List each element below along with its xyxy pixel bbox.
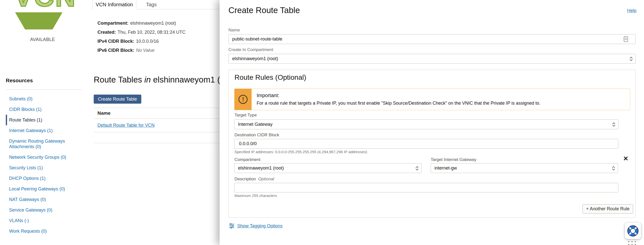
- selected-value: internet-gw: [434, 166, 457, 171]
- target-type-select[interactable]: Internet Gateway: [234, 119, 618, 129]
- sidebar-item-local-peering-gateways[interactable]: Local Peering Gateways (0): [6, 184, 73, 194]
- table-footer-space: [94, 132, 235, 143]
- create-in-compartment-label: Create In Compartment: [228, 47, 273, 52]
- destination-cidr-hint: Specified IP addresses: 0.0.0.0-255.255.…: [234, 150, 367, 154]
- chevron-updown-icon: [629, 56, 633, 61]
- name-label: Name: [228, 28, 240, 33]
- name-input[interactable]: [228, 34, 636, 44]
- sidebar-item-subnets[interactable]: Subnets (0): [6, 94, 73, 104]
- sidebar-item-network-security-groups[interactable]: Network Security Groups (0): [6, 152, 73, 162]
- destination-cidr-label: Destination CIDR Block: [234, 133, 279, 138]
- detail-value: No Value: [136, 48, 154, 53]
- detail-row-ipv6: IPv6 CIDR Block: No Value: [97, 46, 185, 55]
- vcn-logo-platform: [15, 12, 62, 29]
- route-rules-title: Route Rules (Optional): [234, 73, 306, 81]
- sidebar-item-label: Network Security Groups (0): [9, 155, 66, 160]
- sidebar-item-label: Service Gateways (0): [9, 208, 52, 213]
- sidebar-item-dhcp-options[interactable]: DHCP Options (1): [6, 173, 73, 184]
- description-label: Description: [234, 177, 256, 182]
- selected-value: elshinnaweyom1 (root): [238, 166, 284, 171]
- vcn-information-panel: Compartment: elshinnaweyom1 (root) Creat…: [97, 19, 185, 55]
- resources-list: Subnets (0) CIDR Blocks (1) Route Tables…: [6, 94, 73, 236]
- selected-value: elshinnaweyom1 (root): [232, 56, 278, 61]
- help-link[interactable]: Help: [627, 8, 636, 13]
- input-adornment-icon: [624, 36, 628, 42]
- another-route-rule-button[interactable]: + Another Route Rule: [583, 204, 633, 214]
- detail-label: IPv4 CIDR Block:: [97, 39, 134, 44]
- sidebar-item-vlans[interactable]: VLANs (-): [6, 215, 73, 226]
- chevron-updown-icon: [612, 166, 615, 171]
- tab-vcn-information[interactable]: VCN Information: [92, 0, 136, 9]
- sidebar-item-label: DHCP Options (1): [9, 176, 46, 181]
- target-internet-gateway-label: Target Internet Gateway: [431, 157, 476, 162]
- resources-divider: [6, 90, 82, 90]
- route-tables-table: Name Default Route Table for VCN: [94, 108, 235, 143]
- dots-grid-handle[interactable]: [628, 241, 636, 245]
- detail-label: Compartment:: [97, 21, 128, 26]
- destination-cidr-input[interactable]: [234, 139, 618, 149]
- sidebar-item-work-requests[interactable]: Work Requests (0): [6, 226, 73, 236]
- remove-rule-button[interactable]: ✕: [623, 155, 628, 162]
- description-hint: Maximum 255 characters: [234, 193, 277, 198]
- status-available: AVAILABLE: [12, 37, 73, 42]
- detail-row-compartment: Compartment: elshinnaweyom1 (root): [97, 19, 185, 28]
- chevron-updown-icon: [612, 122, 616, 127]
- resources-title: Resources: [6, 77, 33, 84]
- route-rules-section: Route Rules (Optional) ! Important: For …: [228, 70, 636, 218]
- sidebar-item-label: NAT Gateways (0): [9, 197, 46, 202]
- tabs-divider: [136, 9, 222, 9]
- route-table-link[interactable]: Default Route Table for VCN: [97, 123, 155, 128]
- show-tagging-options-link[interactable]: Show Tagging Options: [237, 223, 283, 229]
- rule-compartment-label: Compartment: [234, 157, 260, 162]
- detail-value: elshinnaweyom1 (root): [130, 21, 176, 26]
- sidebar-item-label: Local Peering Gateways (0): [9, 186, 65, 191]
- table-row: Default Route Table for VCN: [94, 119, 235, 132]
- life-ring-icon: [627, 225, 639, 237]
- heading-scope: elshinnaweyom1 (: [153, 75, 220, 85]
- description-input[interactable]: [234, 183, 618, 192]
- route-tables-heading: Route Tables in elshinnaweyom1 (: [94, 75, 220, 85]
- tab-tags[interactable]: Tags: [136, 0, 166, 9]
- warning-icon-block: !: [234, 89, 252, 110]
- sidebar-item-label: VLANs (-): [9, 218, 29, 223]
- sidebar-item-route-tables[interactable]: Route Tables (1): [6, 115, 73, 125]
- heading-prefix: Route Tables: [94, 75, 142, 85]
- banner-body: For a route rule that targets a Private …: [257, 101, 540, 106]
- sidebar-item-label: Work Requests (0): [9, 229, 47, 234]
- detail-label: Created:: [97, 30, 116, 35]
- detail-row-ipv4: IPv4 CIDR Block: 10.0.0.0/16: [97, 37, 185, 46]
- exclamation-icon: !: [239, 95, 248, 104]
- target-internet-gateway-select[interactable]: internet-gw: [431, 163, 618, 173]
- selected-value: Internet Gateway: [238, 122, 273, 127]
- detail-value: 10.0.0.0/16: [136, 39, 159, 44]
- sidebar-item-drg-attachments[interactable]: Dynamic Routing Gateways Attachments (0): [6, 136, 73, 152]
- description-optional: Optional: [258, 177, 274, 182]
- sidebar-item-service-gateways[interactable]: Service Gateways (0): [6, 205, 73, 215]
- create-route-table-drawer: Create Route Table Help Name Create In C…: [220, 0, 644, 245]
- sidebar-item-label: Internet Gateways (1): [9, 128, 53, 133]
- heading-in: in: [144, 75, 151, 85]
- target-type-label: Target Type: [234, 113, 257, 118]
- detail-row-created: Created: Thu, Feb 10, 2022, 08:31:24 UTC: [97, 28, 185, 37]
- banner-title: Important:: [257, 93, 540, 98]
- create-route-table-button[interactable]: Create Route Table: [94, 95, 141, 104]
- sidebar-item-label: Route Tables (1): [9, 117, 42, 122]
- rule-compartment-select[interactable]: elshinnaweyom1 (root): [234, 163, 422, 173]
- create-in-compartment-select[interactable]: elshinnaweyom1 (root): [228, 54, 636, 64]
- sidebar-item-label: CIDR Blocks (1): [9, 107, 42, 112]
- important-banner: ! Important: For a route rule that targe…: [234, 89, 630, 110]
- detail-label: IPv6 CIDR Block:: [97, 48, 134, 53]
- sidebar-item-label: Security Lists (1): [9, 165, 43, 170]
- sidebar-item-label: Dynamic Routing Gateways Attachments (0): [9, 139, 65, 149]
- tagging-options-icon: [229, 223, 235, 229]
- vcn-logo: VCN: [12, 0, 78, 13]
- sidebar-item-nat-gateways[interactable]: NAT Gateways (0): [6, 194, 73, 205]
- chevron-updown-icon: [415, 166, 419, 171]
- table-header-name: Name: [94, 108, 235, 119]
- sidebar-item-label: Subnets (0): [9, 96, 32, 101]
- sidebar-item-security-lists[interactable]: Security Lists (1): [6, 162, 73, 173]
- help-chat-button[interactable]: [625, 223, 641, 239]
- sidebar-item-internet-gateways[interactable]: Internet Gateways (1): [6, 125, 73, 136]
- panel-title: Create Route Table: [228, 6, 300, 15]
- sidebar-item-cidr-blocks[interactable]: CIDR Blocks (1): [6, 104, 73, 115]
